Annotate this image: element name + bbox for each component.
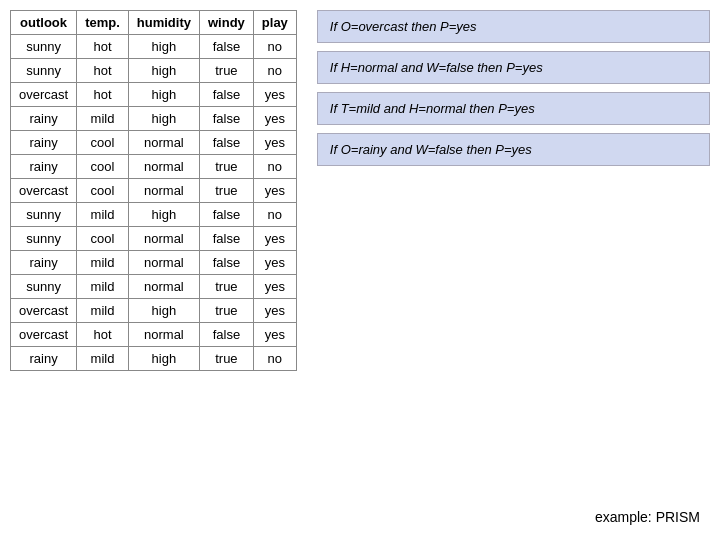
table-cell-r12-c2: normal bbox=[128, 323, 199, 347]
table-header-outlook: outlook bbox=[11, 11, 77, 35]
table-row: sunnymildhighfalseno bbox=[11, 203, 297, 227]
data-table-panel: outlooktemp.humiditywindyplay sunnyhothi… bbox=[10, 10, 297, 530]
table-cell-r12-c3: false bbox=[199, 323, 253, 347]
table-cell-r7-c1: mild bbox=[77, 203, 129, 227]
table-cell-r10-c3: true bbox=[199, 275, 253, 299]
bottom-label: example: PRISM bbox=[595, 509, 700, 525]
table-cell-r2-c2: high bbox=[128, 83, 199, 107]
table-row: overcastcoolnormaltrueyes bbox=[11, 179, 297, 203]
table-cell-r12-c4: yes bbox=[253, 323, 296, 347]
table-cell-r9-c4: yes bbox=[253, 251, 296, 275]
table-cell-r7-c0: sunny bbox=[11, 203, 77, 227]
table-cell-r6-c0: overcast bbox=[11, 179, 77, 203]
table-cell-r11-c3: true bbox=[199, 299, 253, 323]
table-row: sunnycoolnormalfalseyes bbox=[11, 227, 297, 251]
table-cell-r4-c2: normal bbox=[128, 131, 199, 155]
table-cell-r5-c2: normal bbox=[128, 155, 199, 179]
table-header-windy: windy bbox=[199, 11, 253, 35]
table-cell-r8-c1: cool bbox=[77, 227, 129, 251]
table-cell-r8-c4: yes bbox=[253, 227, 296, 251]
table-row: rainymildhightrueno bbox=[11, 347, 297, 371]
table-cell-r3-c2: high bbox=[128, 107, 199, 131]
table-cell-r0-c4: no bbox=[253, 35, 296, 59]
table-cell-r10-c2: normal bbox=[128, 275, 199, 299]
table-cell-r9-c2: normal bbox=[128, 251, 199, 275]
table-cell-r13-c2: high bbox=[128, 347, 199, 371]
table-cell-r8-c0: sunny bbox=[11, 227, 77, 251]
table-cell-r7-c2: high bbox=[128, 203, 199, 227]
table-cell-r0-c1: hot bbox=[77, 35, 129, 59]
table-cell-r4-c0: rainy bbox=[11, 131, 77, 155]
table-row: rainycoolnormalfalseyes bbox=[11, 131, 297, 155]
rules-panel: If O=overcast then P=yesIf H=normal and … bbox=[307, 10, 710, 530]
table-cell-r13-c1: mild bbox=[77, 347, 129, 371]
table-cell-r3-c0: rainy bbox=[11, 107, 77, 131]
table-cell-r6-c4: yes bbox=[253, 179, 296, 203]
table-row: overcasthothighfalseyes bbox=[11, 83, 297, 107]
table-cell-r4-c4: yes bbox=[253, 131, 296, 155]
table-cell-r11-c4: yes bbox=[253, 299, 296, 323]
table-cell-r9-c0: rainy bbox=[11, 251, 77, 275]
table-cell-r3-c4: yes bbox=[253, 107, 296, 131]
table-cell-r3-c1: mild bbox=[77, 107, 129, 131]
table-cell-r8-c3: false bbox=[199, 227, 253, 251]
table-cell-r13-c0: rainy bbox=[11, 347, 77, 371]
table-cell-r1-c1: hot bbox=[77, 59, 129, 83]
table-cell-r0-c2: high bbox=[128, 35, 199, 59]
table-row: overcasthotnormalfalseyes bbox=[11, 323, 297, 347]
table-cell-r11-c2: high bbox=[128, 299, 199, 323]
rule-box-0: If O=overcast then P=yes bbox=[317, 10, 710, 43]
table-cell-r3-c3: false bbox=[199, 107, 253, 131]
data-table: outlooktemp.humiditywindyplay sunnyhothi… bbox=[10, 10, 297, 371]
table-row: overcastmildhightrueyes bbox=[11, 299, 297, 323]
table-cell-r6-c2: normal bbox=[128, 179, 199, 203]
table-cell-r4-c1: cool bbox=[77, 131, 129, 155]
table-cell-r13-c3: true bbox=[199, 347, 253, 371]
table-cell-r5-c4: no bbox=[253, 155, 296, 179]
table-row: rainycoolnormaltrueno bbox=[11, 155, 297, 179]
table-cell-r10-c4: yes bbox=[253, 275, 296, 299]
table-cell-r10-c1: mild bbox=[77, 275, 129, 299]
table-cell-r5-c0: rainy bbox=[11, 155, 77, 179]
table-cell-r0-c3: false bbox=[199, 35, 253, 59]
table-cell-r7-c4: no bbox=[253, 203, 296, 227]
rule-box-2: If T=mild and H=normal then P=yes bbox=[317, 92, 710, 125]
table-cell-r4-c3: false bbox=[199, 131, 253, 155]
table-cell-r0-c0: sunny bbox=[11, 35, 77, 59]
table-row: sunnymildnormaltrueyes bbox=[11, 275, 297, 299]
table-row: sunnyhothightrueno bbox=[11, 59, 297, 83]
table-header-humidity: humidity bbox=[128, 11, 199, 35]
table-cell-r1-c2: high bbox=[128, 59, 199, 83]
table-cell-r2-c4: yes bbox=[253, 83, 296, 107]
table-cell-r11-c0: overcast bbox=[11, 299, 77, 323]
table-cell-r2-c0: overcast bbox=[11, 83, 77, 107]
table-row: sunnyhothighfalseno bbox=[11, 35, 297, 59]
rule-box-3: If O=rainy and W=false then P=yes bbox=[317, 133, 710, 166]
table-cell-r1-c4: no bbox=[253, 59, 296, 83]
table-cell-r9-c3: false bbox=[199, 251, 253, 275]
table-header-temp: temp. bbox=[77, 11, 129, 35]
table-cell-r10-c0: sunny bbox=[11, 275, 77, 299]
table-cell-r12-c0: overcast bbox=[11, 323, 77, 347]
table-cell-r7-c3: false bbox=[199, 203, 253, 227]
table-cell-r11-c1: mild bbox=[77, 299, 129, 323]
table-cell-r9-c1: mild bbox=[77, 251, 129, 275]
table-cell-r2-c1: hot bbox=[77, 83, 129, 107]
table-cell-r8-c2: normal bbox=[128, 227, 199, 251]
table-cell-r1-c3: true bbox=[199, 59, 253, 83]
rule-box-1: If H=normal and W=false then P=yes bbox=[317, 51, 710, 84]
table-cell-r6-c3: true bbox=[199, 179, 253, 203]
table-cell-r1-c0: sunny bbox=[11, 59, 77, 83]
table-cell-r6-c1: cool bbox=[77, 179, 129, 203]
table-cell-r5-c3: true bbox=[199, 155, 253, 179]
table-row: rainymildhighfalseyes bbox=[11, 107, 297, 131]
table-cell-r2-c3: false bbox=[199, 83, 253, 107]
table-cell-r12-c1: hot bbox=[77, 323, 129, 347]
table-cell-r13-c4: no bbox=[253, 347, 296, 371]
table-row: rainymildnormalfalseyes bbox=[11, 251, 297, 275]
table-header-play: play bbox=[253, 11, 296, 35]
table-cell-r5-c1: cool bbox=[77, 155, 129, 179]
